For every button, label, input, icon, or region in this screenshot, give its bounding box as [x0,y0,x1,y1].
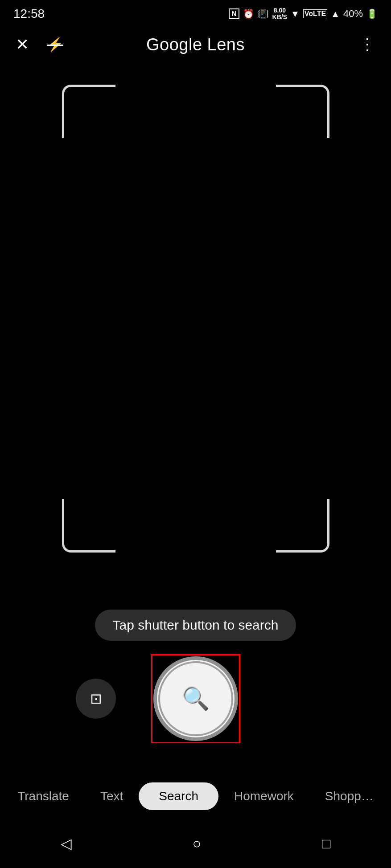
alarm-icon: ⏰ [243,8,254,19]
close-button[interactable]: ✕ [13,34,31,55]
wifi-icon: ▼ [291,9,300,19]
bracket-top-left [62,85,115,138]
bracket-bottom-right [276,499,329,553]
nav-bar: ◁ ○ □ [0,819,391,868]
battery-icon: 🔋 [366,8,378,19]
viewfinder-area [0,62,391,664]
gallery-icon: ⊡ [90,690,102,707]
tab-homework[interactable]: Homework [218,782,309,810]
signal-icon: ▲ [331,9,340,19]
bottom-controls: Tap shutter button to search ⊡ 🔍 [0,610,391,743]
lte-icon: VoLTE [303,9,327,18]
lens-text: Lens [207,35,245,54]
status-bar: 12:58 N ⏰ 📳 8.00 KB/S ▼ VoLTE ▲ 40% 🔋 [0,0,391,27]
shutter-row: ⊡ 🔍 [0,654,391,743]
tab-bar: Translate Text Search Homework Shopp… [0,782,391,810]
more-options-button[interactable]: ⋮ [357,34,378,55]
shutter-highlight: 🔍 [151,654,240,743]
bracket-top-right [276,85,329,138]
speed-indicator: 8.00 KB/S [272,7,287,21]
app-title: Google Lens [146,35,245,54]
tab-translate[interactable]: Translate [2,782,85,810]
shutter-button[interactable]: 🔍 [153,656,238,741]
google-text: Google [146,35,207,54]
gallery-button[interactable]: ⊡ [76,679,116,719]
status-icons: N ⏰ 📳 8.00 KB/S ▼ VoLTE ▲ 40% 🔋 [229,7,378,21]
vibrate-icon: 📳 [258,8,269,19]
flash-button[interactable]: ⚡ [45,36,66,53]
hint-text: Tap shutter button to search [95,610,296,641]
tab-text[interactable]: Text [85,782,139,810]
back-button[interactable]: ◁ [47,828,85,859]
home-button[interactable]: ○ [179,829,214,859]
top-bar-left: ✕ ⚡ [13,34,66,55]
tab-shopping[interactable]: Shopp… [309,782,389,810]
tab-search[interactable]: Search [139,782,218,810]
recents-button[interactable]: □ [309,829,344,859]
search-icon: 🔍 [182,686,210,712]
status-time: 12:58 [13,7,45,21]
bracket-bottom-left [62,499,115,553]
top-app-bar: ✕ ⚡ Google Lens ⋮ [0,27,391,62]
battery-level: 40% [343,8,363,20]
nfc-icon: N [229,8,239,19]
bracket-frame [62,85,329,553]
